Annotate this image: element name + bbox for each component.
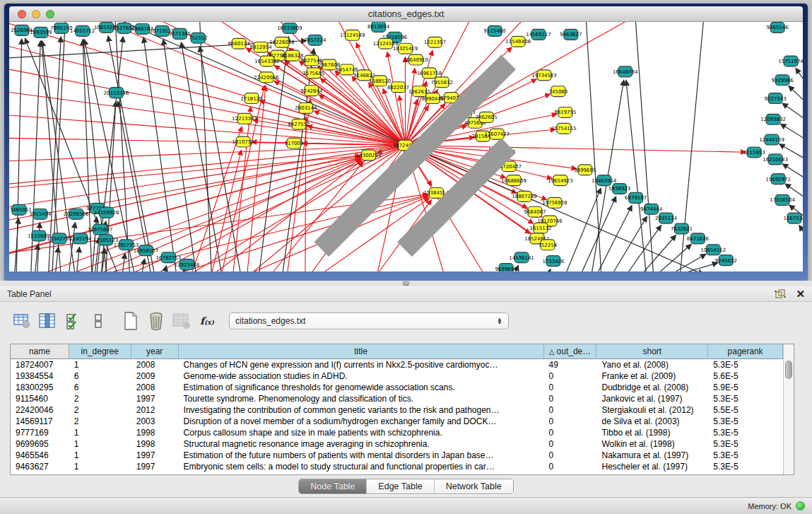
window-titlebar[interactable]: citations_edges.txt — [9, 6, 803, 22]
table-cell[interactable]: 1 — [69, 427, 131, 438]
table-cell[interactable]: 0 — [544, 382, 597, 393]
table-settings-icon[interactable] — [11, 310, 33, 332]
table-cell[interactable]: Embryonic stem cells: a model to study s… — [179, 461, 544, 472]
table-cell[interactable]: Changes of HCN gene expression and I(f) … — [179, 359, 544, 370]
table-cell[interactable]: Genome-wide association studies in ADHD. — [179, 370, 544, 382]
column-header-pagerank[interactable]: pagerank — [708, 344, 783, 358]
table-cell[interactable]: 22420046 — [11, 404, 69, 416]
column-header-in_degree[interactable]: in_degree — [69, 344, 131, 358]
table-cell[interactable]: 2 — [69, 404, 131, 416]
table-cell[interactable]: 1998 — [131, 427, 179, 438]
table-row[interactable]: 1830029562008Estimation of significance … — [11, 382, 783, 393]
table-row[interactable]: 1938455462009Genome-wide association stu… — [11, 370, 783, 382]
table-cell[interactable]: Disruption of a novel member of a sodium… — [179, 416, 544, 427]
table-cell[interactable]: Structural magnetic resonance image aver… — [179, 438, 544, 450]
table-cell[interactable]: 1 — [69, 461, 131, 472]
table-cell[interactable]: 5.5E-5 — [708, 404, 783, 416]
table-cell[interactable]: Corpus callosum shape and size in male p… — [179, 427, 544, 438]
table-cell[interactable]: Yano et al. (2008) — [596, 359, 708, 370]
table-cell[interactable]: 1 — [69, 438, 131, 450]
table-cell[interactable]: 49 — [544, 359, 597, 370]
table-row[interactable]: 911546021997Tourette syndrome. Phenomeno… — [11, 393, 783, 404]
split-pane-handle[interactable] — [403, 281, 409, 286]
table-cell[interactable]: 2009 — [131, 370, 179, 382]
table-row[interactable]: 946362711997Embryonic stem cells: a mode… — [11, 461, 783, 472]
table-selector-dropdown[interactable]: citations_edges.txt ▲▼ — [229, 313, 509, 329]
table-row[interactable]: 1872400712008Changes of HCN gene express… — [11, 359, 783, 370]
table-cell[interactable]: Wolkin et al. (1998) — [596, 438, 708, 450]
table-cell[interactable]: Stergiakouli et al. (2012) — [596, 404, 708, 416]
delete-icon[interactable] — [146, 310, 167, 332]
table-cell[interactable]: 14569117 — [11, 416, 69, 427]
table-row[interactable]: 946554611997Estimation of the future num… — [11, 450, 783, 461]
table-cell[interactable]: Investigating the contribution of common… — [179, 404, 544, 416]
table-row[interactable]: 977716911998Corpus callosum shape and si… — [11, 427, 783, 438]
table-cell[interactable]: 5.3E-5 — [708, 393, 783, 404]
row-height-icon[interactable] — [88, 310, 109, 332]
table-cell[interactable]: 0 — [544, 461, 597, 472]
table-row[interactable]: 1456911722003Disruption of a novel membe… — [11, 416, 783, 427]
table-cell[interactable]: Nakamura et al. (1997) — [596, 450, 708, 461]
tab-node-table[interactable]: Node Table — [299, 479, 367, 493]
table-cell[interactable]: Tibbo et al. (1998) — [596, 427, 708, 438]
tab-network-table[interactable]: Network Table — [435, 479, 513, 493]
table-cell[interactable]: 5.3E-5 — [708, 461, 783, 472]
table-cell[interactable]: 9115460 — [11, 393, 69, 404]
table-cell[interactable]: 6 — [69, 382, 131, 393]
table-cell[interactable]: 5.3E-5 — [708, 438, 783, 450]
column-header-title[interactable]: title — [179, 344, 544, 358]
table-cell[interactable]: 1997 — [131, 393, 179, 404]
table-cell[interactable]: Jankovic et al. (1997) — [596, 393, 708, 404]
show-column-icon[interactable] — [37, 310, 58, 332]
table-cell[interactable]: 5.3E-5 — [708, 427, 783, 438]
new-table-icon[interactable] — [120, 310, 141, 332]
table-cell[interactable]: 9777169 — [11, 427, 69, 438]
table-cell[interactable]: Hescheler et al. (1997) — [596, 461, 708, 472]
table-cell[interactable]: 0 — [544, 404, 597, 416]
table-vertical-scrollbar[interactable] — [783, 344, 794, 474]
function-builder-icon[interactable]: f(x) — [196, 310, 218, 332]
table-cell[interactable]: 2 — [69, 416, 131, 427]
column-header-short[interactable]: short — [596, 344, 708, 358]
table-cell[interactable]: 18724007 — [11, 359, 69, 370]
table-cell[interactable]: 0 — [544, 438, 597, 450]
table-row[interactable]: 969969511998Structural magnetic resonanc… — [11, 438, 783, 450]
table-cell[interactable]: 5.9E-5 — [708, 382, 783, 393]
table-row[interactable]: 2242004622012Investigating the contribut… — [11, 404, 783, 416]
table-cell[interactable]: 1 — [69, 450, 131, 461]
select-rows-icon[interactable] — [62, 310, 83, 332]
column-header-year[interactable]: year — [131, 344, 179, 358]
table-cell[interactable]: 9699695 — [11, 438, 69, 450]
table-cell[interactable]: 0 — [544, 393, 597, 404]
table-cell[interactable]: 6 — [69, 370, 131, 382]
table-cell[interactable]: 9465546 — [11, 450, 69, 461]
table-cell[interactable]: 1 — [69, 359, 131, 370]
table-cell[interactable]: 1997 — [131, 461, 179, 472]
table-cell[interactable]: 2008 — [131, 382, 179, 393]
tab-edge-table[interactable]: Edge Table — [367, 479, 434, 493]
column-header-out_de[interactable]: △out_de… — [544, 344, 597, 358]
float-panel-icon[interactable] — [775, 289, 786, 299]
table-cell[interactable]: 2008 — [131, 359, 179, 370]
table-cell[interactable]: 0 — [544, 370, 597, 382]
table-cell[interactable]: Tourette syndrome. Phenomenology and cla… — [179, 393, 544, 404]
table-cell[interactable]: 5.3E-5 — [708, 416, 783, 427]
network-canvas[interactable]: 2526061199359979051501405571210653287152… — [9, 22, 803, 271]
table-cell[interactable]: 1997 — [131, 450, 179, 461]
column-header-name[interactable]: name — [11, 344, 69, 358]
table-cell[interactable]: Dudbridge et al. (2008) — [596, 382, 708, 393]
table-cell[interactable]: 19384554 — [11, 370, 69, 382]
table-cell[interactable]: 18300295 — [11, 382, 69, 393]
table-cell[interactable]: 2012 — [131, 404, 179, 416]
canvas-resize-grip[interactable] — [9, 22, 801, 270]
table-cell[interactable]: de Silva et al. (2003) — [596, 416, 708, 427]
table-cell[interactable]: 0 — [544, 427, 597, 438]
table-cell[interactable]: Franke et al. (2009) — [596, 370, 708, 382]
close-panel-icon[interactable]: ✕ — [796, 289, 805, 299]
table-cell[interactable]: 0 — [544, 450, 597, 461]
table-cell[interactable]: 0 — [544, 416, 597, 427]
scrollbar-thumb[interactable] — [785, 361, 792, 379]
table-cell[interactable]: 1998 — [131, 438, 179, 450]
table-cell[interactable]: 2 — [69, 393, 131, 404]
table-cell[interactable]: 5.3E-5 — [708, 450, 783, 461]
